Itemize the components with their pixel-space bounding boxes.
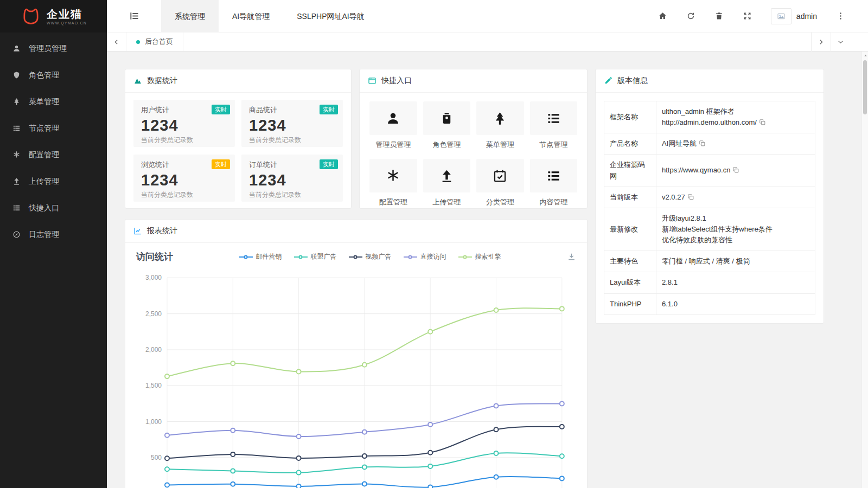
- version-row-value: 6.1.0: [656, 293, 815, 314]
- version-value-text: ulthon_admin 框架作者 http://admin.demo.ulth…: [662, 107, 757, 126]
- version-row: 框架名称ulthon_admin 框架作者 http://admin.demo.…: [604, 101, 815, 133]
- status-badge: 实时: [320, 105, 338, 114]
- card-title: 数据统计: [147, 76, 177, 86]
- version-value-text: 零门槛 / 响应式 / 清爽 / 极简: [662, 257, 750, 265]
- tabstrip: 后台首页: [107, 33, 868, 52]
- quick-entry-3[interactable]: 菜单管理: [476, 101, 524, 150]
- card-report-header: 报表统计: [125, 220, 587, 243]
- tabs-menu-icon[interactable]: [831, 33, 850, 52]
- refresh-icon[interactable]: [686, 11, 695, 21]
- sidebar-item-admin-manage[interactable]: 管理员管理: [0, 35, 107, 62]
- svg-text:1,500: 1,500: [145, 382, 162, 389]
- svg-text:500: 500: [151, 454, 162, 461]
- more-menu-icon[interactable]: [836, 11, 845, 21]
- stat-desc: 当前分类总记录数: [141, 190, 227, 200]
- version-row-value: 2.8.1: [656, 272, 815, 293]
- home-icon[interactable]: [658, 11, 667, 21]
- quick-entry-label: 管理员管理: [369, 140, 417, 150]
- legend-item[interactable]: 邮件营销: [239, 252, 282, 261]
- quick-entry-label: 配置管理: [369, 197, 417, 207]
- quick-entry-6[interactable]: 上传管理: [423, 159, 471, 207]
- scrollbar[interactable]: [861, 52, 868, 488]
- download-icon[interactable]: [567, 252, 576, 261]
- topbar: 系统管理AI导航管理SSLPHP网址AI导航 admin: [107, 0, 868, 33]
- sidebar-item-label: 日志管理: [29, 230, 59, 240]
- nav-tab-2[interactable]: AI导航管理: [219, 0, 283, 33]
- tree-icon: [12, 98, 21, 106]
- sidebar-item-upload-manage[interactable]: 上传管理: [0, 168, 107, 195]
- legend-marker-icon: [239, 256, 253, 258]
- app-root: 企业猫 WWW.QYMAO.CN 管理员管理角色管理菜单管理节点管理配置管理上传…: [0, 0, 868, 488]
- calendar-icon: [476, 159, 524, 192]
- version-row: ThinkPHP6.1.0: [604, 293, 815, 314]
- scrollbar-thumb[interactable]: [863, 60, 867, 114]
- expand-icon[interactable]: [743, 11, 752, 21]
- copy-icon[interactable]: [732, 166, 739, 174]
- stat-desc: 当前分类总记录数: [141, 136, 227, 145]
- legend-item[interactable]: 搜索引擎: [458, 252, 501, 261]
- compass-icon: [12, 230, 21, 239]
- sidebar-item-label: 上传管理: [29, 177, 59, 187]
- sidebar-item-config-manage[interactable]: 配置管理: [0, 142, 107, 168]
- sidebar-item-quick-entry[interactable]: 快捷入口: [0, 195, 107, 221]
- quick-entry-1[interactable]: 管理员管理: [369, 101, 417, 150]
- legend-label: 邮件营销: [256, 252, 282, 261]
- version-value-text: 2.8.1: [662, 278, 678, 286]
- page-tab-home[interactable]: 后台首页: [126, 33, 183, 51]
- tree-icon: [476, 101, 524, 135]
- stat-desc: 当前分类总记录数: [249, 136, 335, 145]
- card-version-info: 版本信息 框架名称ulthon_admin 框架作者 http://admin.…: [595, 69, 824, 324]
- stat-value: 1234: [249, 171, 335, 189]
- sidebar-item-log-manage[interactable]: 日志管理: [0, 221, 107, 248]
- legend-item[interactable]: 视频广告: [349, 252, 392, 261]
- stat-box: 订单统计1234当前分类总记录数实时: [241, 155, 343, 202]
- user-menu[interactable]: admin: [771, 8, 817, 24]
- tabs-scroll-right-icon[interactable]: [811, 33, 831, 52]
- collapse-sidebar-icon[interactable]: [107, 0, 161, 33]
- stat-box: 用户统计1234当前分类总记录数实时: [133, 100, 235, 147]
- sidebar: 企业猫 WWW.QYMAO.CN 管理员管理角色管理菜单管理节点管理配置管理上传…: [0, 0, 107, 488]
- version-value-text: https://www.qymao.cn: [662, 166, 730, 174]
- sidebar-item-role-manage[interactable]: 角色管理: [0, 62, 107, 88]
- quick-entry-4[interactable]: 节点管理: [530, 101, 578, 150]
- nav-tab-3[interactable]: SSLPHP网址AI导航: [283, 0, 378, 33]
- card-title: 报表统计: [147, 226, 177, 236]
- scroll-up-icon[interactable]: [862, 52, 868, 59]
- quick-entry-2[interactable]: 角色管理: [423, 101, 471, 150]
- card-data-stats-header: 数据统计: [125, 69, 351, 93]
- chart-legend: 邮件营销联盟广告视频广告直接访问搜索引擎: [173, 252, 567, 261]
- version-row-label: 产品名称: [604, 133, 656, 155]
- copy-icon[interactable]: [687, 194, 694, 201]
- svg-text:2,500: 2,500: [145, 310, 162, 318]
- card-title: 快捷入口: [381, 76, 412, 86]
- trash-icon[interactable]: [714, 11, 724, 21]
- sidebar-item-menu-manage[interactable]: 菜单管理: [0, 88, 107, 115]
- card-quick-entry-header: 快捷入口: [360, 69, 587, 93]
- quick-entry-label: 内容管理: [530, 197, 578, 207]
- copy-icon[interactable]: [699, 140, 706, 147]
- quick-entry-label: 分类管理: [476, 197, 524, 207]
- legend-item[interactable]: 联盟广告: [294, 252, 337, 261]
- list-icon: [530, 101, 578, 135]
- legend-label: 视频广告: [366, 252, 392, 261]
- legend-label: 联盟广告: [311, 252, 337, 261]
- copy-icon[interactable]: [759, 119, 766, 126]
- version-row-label: 主要特色: [604, 251, 656, 272]
- active-tab-dot: [136, 40, 140, 44]
- brand-logo[interactable]: 企业猫 WWW.QYMAO.CN: [0, 0, 107, 33]
- sidebar-item-label: 角色管理: [29, 70, 59, 80]
- legend-item[interactable]: 直接访问: [404, 252, 446, 261]
- quick-entry-8[interactable]: 内容管理: [530, 159, 578, 207]
- nav-tab-1[interactable]: 系统管理: [161, 0, 219, 33]
- upload-icon: [423, 159, 471, 192]
- version-row-value: 升级layui2.8.1 新增tableSelect组件支持where条件 优化…: [656, 208, 815, 251]
- quick-entry-5[interactable]: 配置管理: [369, 159, 417, 207]
- window-icon: [368, 76, 376, 85]
- visit-chart: 3,0002,5002,0001,5001,000500: [125, 265, 588, 488]
- sidebar-item-node-manage[interactable]: 节点管理: [0, 115, 107, 142]
- tabs-scroll-left-icon[interactable]: [107, 33, 126, 51]
- quick-entry-7[interactable]: 分类管理: [476, 159, 524, 207]
- svg-text:1,000: 1,000: [145, 418, 162, 426]
- card-quick-entry: 快捷入口 管理员管理角色管理菜单管理节点管理配置管理上传管理分类管理内容管理: [359, 69, 588, 209]
- user-icon: [369, 101, 417, 135]
